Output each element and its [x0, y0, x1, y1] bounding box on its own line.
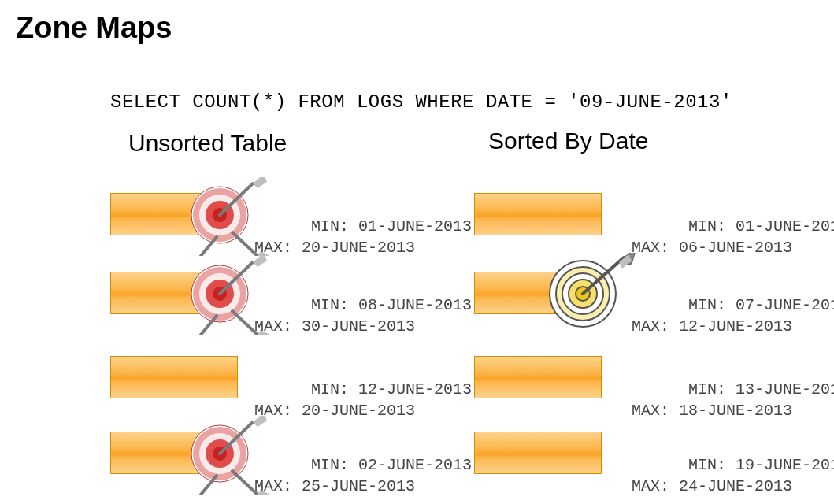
max-value: 18-JUNE-2013 — [679, 402, 792, 420]
max-value: 25-JUNE-2013 — [302, 477, 415, 495]
max-value: 20-JUNE-2013 — [302, 402, 415, 420]
min-value: 19-JUNE-2013 — [736, 456, 834, 474]
page-title: Zone Maps — [16, 11, 172, 45]
min-label: MIN: — [688, 217, 726, 235]
svg-marker-6 — [253, 177, 267, 188]
min-value: 07-JUNE-2013 — [736, 296, 834, 314]
zone-stats: MIN: 02-JUNE-2013 MAX: 25-JUNE-2013 — [254, 433, 472, 497]
zone-block — [110, 356, 238, 398]
svg-line-19 — [201, 316, 217, 335]
min-label: MIN: — [311, 380, 349, 398]
zone-stats: MIN: 01-JUNE-2013 MAX: 06-JUNE-2013 — [632, 195, 834, 258]
max-label: MAX: — [632, 477, 669, 495]
min-label: MIN: — [311, 456, 349, 474]
min-value: 01-JUNE-2013 — [736, 217, 834, 235]
zone-block — [474, 272, 602, 314]
column-heading-unsorted: Unsorted Table — [128, 130, 287, 157]
min-label: MIN: — [688, 380, 726, 398]
max-label: MAX: — [254, 477, 292, 495]
svg-line-29 — [201, 476, 217, 495]
zone-block — [110, 193, 238, 235]
sql-query: SELECT COUNT(*) FROM LOGS WHERE DATE = '… — [110, 91, 732, 113]
min-label: MIN: — [311, 217, 349, 235]
max-value: 06-JUNE-2013 — [679, 239, 792, 257]
min-value: 01-JUNE-2013 — [358, 217, 472, 235]
svg-marker-37 — [619, 254, 632, 269]
zone-stats: MIN: 01-JUNE-2013 MAX: 20-JUNE-2013 — [254, 195, 472, 258]
max-value: 12-JUNE-2013 — [679, 317, 792, 335]
max-value: 20-JUNE-2013 — [302, 239, 415, 257]
max-label: MAX: — [254, 402, 292, 420]
zone-block — [110, 272, 238, 314]
max-label: MAX: — [632, 402, 669, 420]
min-label: MIN: — [688, 296, 726, 314]
min-label: MIN: — [688, 456, 726, 474]
max-value: 24-JUNE-2013 — [679, 477, 792, 495]
max-value: 30-JUNE-2013 — [302, 317, 415, 335]
svg-line-9 — [201, 237, 217, 256]
min-value: 02-JUNE-2013 — [358, 456, 472, 474]
min-value: 13-JUNE-2013 — [736, 380, 834, 398]
zone-block — [474, 356, 602, 398]
zone-stats: MIN: 13-JUNE-2013 MAX: 18-JUNE-2013 — [632, 358, 834, 421]
zone-block — [110, 432, 238, 474]
max-label: MAX: — [254, 239, 292, 257]
zone-stats: MIN: 07-JUNE-2013 MAX: 12-JUNE-2013 — [632, 273, 834, 337]
max-label: MAX: — [254, 317, 292, 335]
zone-stats: MIN: 08-JUNE-2013 MAX: 30-JUNE-2013 — [254, 273, 472, 337]
zone-stats: MIN: 12-JUNE-2013 MAX: 20-JUNE-2013 — [254, 358, 472, 421]
max-label: MAX: — [632, 317, 669, 335]
min-value: 12-JUNE-2013 — [358, 380, 472, 398]
max-label: MAX: — [632, 239, 669, 257]
min-label: MIN: — [311, 296, 349, 314]
column-heading-sorted: Sorted By Date — [488, 128, 648, 154]
min-value: 08-JUNE-2013 — [358, 296, 472, 314]
zone-stats: MIN: 19-JUNE-2013 MAX: 24-JUNE-2013 — [632, 433, 834, 497]
zone-block — [474, 193, 602, 235]
zone-block — [474, 432, 602, 474]
